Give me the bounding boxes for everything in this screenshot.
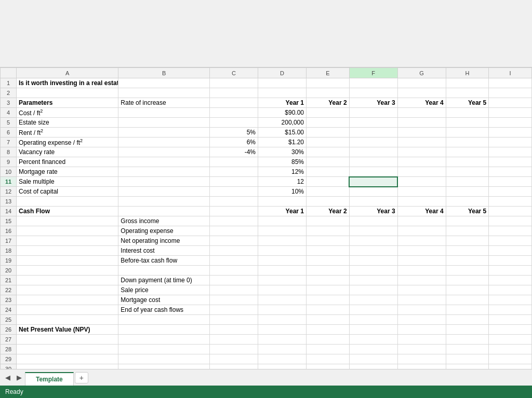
cell-C26[interactable] <box>209 325 258 335</box>
cell-E4[interactable] <box>306 108 349 118</box>
cell-H7[interactable] <box>446 138 489 147</box>
cell-A15[interactable] <box>17 216 118 226</box>
cell-C23[interactable] <box>209 295 258 305</box>
cell-H12[interactable] <box>446 187 489 197</box>
cell-B16[interactable]: Operating expense <box>118 226 210 236</box>
cell-G10[interactable] <box>397 167 446 177</box>
cell-B9[interactable] <box>118 157 210 167</box>
cell-B5[interactable] <box>118 118 210 128</box>
cell-I28[interactable] <box>489 345 532 354</box>
cell-C25[interactable] <box>209 315 258 325</box>
cell-E24[interactable] <box>306 305 349 315</box>
cell-H27[interactable] <box>446 335 489 345</box>
cell-E14[interactable]: Year 2 <box>306 207 349 216</box>
cell-I29[interactable] <box>489 354 532 364</box>
cell-E12[interactable] <box>306 187 349 197</box>
cell-I7[interactable] <box>489 138 532 147</box>
cell-E5[interactable] <box>306 118 349 128</box>
cell-F30[interactable] <box>349 364 397 369</box>
cell-H9[interactable] <box>446 157 489 167</box>
col-header-A[interactable]: A <box>17 68 118 78</box>
cell-C22[interactable] <box>209 285 258 295</box>
cell-G23[interactable] <box>397 295 446 305</box>
cell-A2[interactable] <box>17 88 118 98</box>
cell-C3[interactable] <box>209 98 258 108</box>
cell-A7[interactable]: Operating expense / ft2 <box>17 138 118 147</box>
cell-I19[interactable] <box>489 256 532 266</box>
cell-F25[interactable] <box>349 315 397 325</box>
cell-E25[interactable] <box>306 315 349 325</box>
cell-G1[interactable] <box>397 78 446 88</box>
cell-H14[interactable]: Year 5 <box>446 207 489 216</box>
cell-E18[interactable] <box>306 246 349 256</box>
cell-A17[interactable] <box>17 236 118 246</box>
cell-F15[interactable] <box>349 216 397 226</box>
cell-E28[interactable] <box>306 345 349 354</box>
cell-A10[interactable]: Mortgage rate <box>17 167 118 177</box>
cell-H4[interactable] <box>446 108 489 118</box>
cell-B23[interactable]: Mortgage cost <box>118 295 210 305</box>
cell-H11[interactable] <box>446 177 489 187</box>
cell-H15[interactable] <box>446 216 489 226</box>
cell-C16[interactable] <box>209 226 258 236</box>
cell-C18[interactable] <box>209 246 258 256</box>
cell-I11[interactable] <box>489 177 532 187</box>
cell-D22[interactable] <box>258 285 306 295</box>
cell-I22[interactable] <box>489 285 532 295</box>
cell-D6[interactable]: $15.00 <box>258 128 306 138</box>
cell-B28[interactable] <box>118 345 210 354</box>
cell-H6[interactable] <box>446 128 489 138</box>
cell-E23[interactable] <box>306 295 349 305</box>
cell-A21[interactable] <box>17 276 118 285</box>
cell-F5[interactable] <box>349 118 397 128</box>
cell-C15[interactable] <box>209 216 258 226</box>
col-header-D[interactable]: D <box>258 68 306 78</box>
cell-D15[interactable] <box>258 216 306 226</box>
cell-G13[interactable] <box>397 197 446 207</box>
cell-A12[interactable]: Cost of capital <box>17 187 118 197</box>
cell-F20[interactable] <box>349 266 397 276</box>
cell-H28[interactable] <box>446 345 489 354</box>
cell-B18[interactable]: Interest cost <box>118 246 210 256</box>
cell-G21[interactable] <box>397 276 446 285</box>
cell-C7[interactable]: 6% <box>209 138 258 147</box>
cell-F7[interactable] <box>349 138 397 147</box>
cell-F27[interactable] <box>349 335 397 345</box>
cell-B15[interactable]: Gross income <box>118 216 210 226</box>
cell-D13[interactable] <box>258 197 306 207</box>
cell-B3[interactable]: Rate of increase <box>118 98 210 108</box>
cell-I2[interactable] <box>489 88 532 98</box>
cell-B25[interactable] <box>118 315 210 325</box>
cell-G27[interactable] <box>397 335 446 345</box>
cell-B8[interactable] <box>118 147 210 157</box>
cell-G3[interactable]: Year 4 <box>397 98 446 108</box>
cell-D26[interactable] <box>258 325 306 335</box>
cell-E27[interactable] <box>306 335 349 345</box>
cell-D14[interactable]: Year 1 <box>258 207 306 216</box>
cell-A24[interactable] <box>17 305 118 315</box>
cell-B7[interactable] <box>118 138 210 147</box>
cell-D20[interactable] <box>258 266 306 276</box>
cell-A8[interactable]: Vacancy rate <box>17 147 118 157</box>
cell-A29[interactable] <box>17 354 118 364</box>
cell-I21[interactable] <box>489 276 532 285</box>
cell-D2[interactable] <box>258 88 306 98</box>
cell-C21[interactable] <box>209 276 258 285</box>
col-header-C[interactable]: C <box>209 68 258 78</box>
cell-G14[interactable]: Year 4 <box>397 207 446 216</box>
cell-H19[interactable] <box>446 256 489 266</box>
cell-C1[interactable] <box>209 78 258 88</box>
cell-D4[interactable]: $90.00 <box>258 108 306 118</box>
cell-E7[interactable] <box>306 138 349 147</box>
cell-I15[interactable] <box>489 216 532 226</box>
cell-G8[interactable] <box>397 147 446 157</box>
cell-G16[interactable] <box>397 226 446 236</box>
cell-D11[interactable]: 12 <box>258 177 306 187</box>
cell-I14[interactable] <box>489 207 532 216</box>
cell-B12[interactable] <box>118 187 210 197</box>
cell-B10[interactable] <box>118 167 210 177</box>
cell-G9[interactable] <box>397 157 446 167</box>
cell-D29[interactable] <box>258 354 306 364</box>
cell-E3[interactable]: Year 2 <box>306 98 349 108</box>
cell-H25[interactable] <box>446 315 489 325</box>
